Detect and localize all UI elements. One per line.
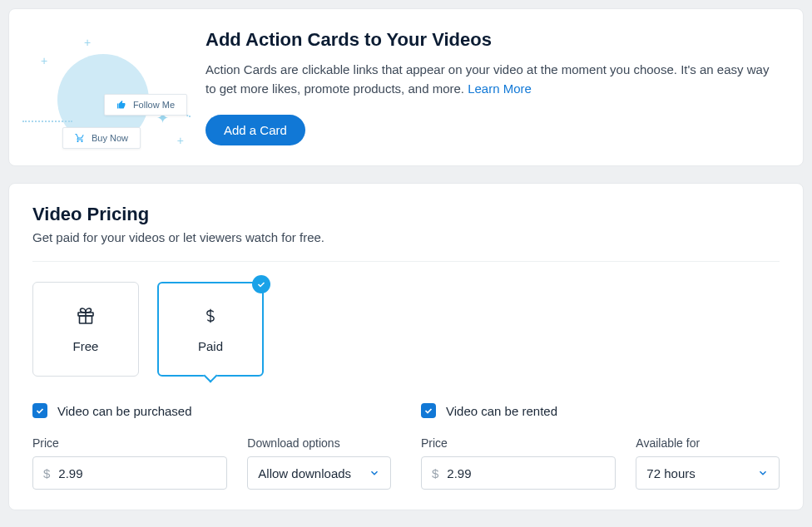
follow-me-label: Follow Me — [133, 100, 175, 110]
cart-icon — [75, 133, 85, 143]
purchase-column: Video can be purchased Price $ Download … — [32, 403, 391, 490]
option-free-label: Free — [73, 339, 99, 353]
thumbs-up-icon — [116, 100, 126, 110]
video-pricing-panel: Video Pricing Get paid for your videos o… — [8, 183, 804, 510]
purchase-checkbox-label: Video can be purchased — [57, 404, 192, 418]
available-for-label: Available for — [636, 436, 780, 450]
pricing-subtitle: Get paid for your videos or let viewers … — [32, 230, 780, 244]
learn-more-link[interactable]: Learn More — [468, 81, 532, 96]
checkbox-checked-icon — [32, 403, 47, 418]
purchase-checkbox[interactable]: Video can be purchased — [32, 403, 391, 418]
pricing-title: Video Pricing — [32, 204, 780, 225]
chevron-down-icon — [757, 467, 769, 479]
follow-me-card: Follow Me — [104, 94, 187, 116]
rent-price-input-wrap[interactable]: $ — [421, 456, 616, 490]
purchase-price-input[interactable] — [58, 466, 216, 480]
action-cards-illustration: + + + ✦ Follow Me Buy Now — [32, 29, 182, 145]
buy-now-card: Buy Now — [62, 127, 141, 149]
dollar-prefix-icon: $ — [43, 466, 50, 480]
purchase-price-input-wrap[interactable]: $ — [32, 456, 227, 490]
download-options-label: Download options — [247, 436, 391, 450]
action-cards-title: Add Action Cards to Your Videos — [205, 29, 780, 51]
purchase-price-label: Price — [32, 436, 227, 450]
rent-column: Video can be rented Price $ Available fo… — [421, 403, 780, 490]
rent-checkbox-label: Video can be rented — [446, 404, 557, 418]
pricing-option-paid[interactable]: Paid — [157, 282, 264, 377]
download-options-value: Allow downloads — [258, 466, 351, 480]
available-for-value: 72 hours — [646, 466, 695, 480]
download-options-select[interactable]: Allow downloads — [247, 456, 391, 490]
available-for-select[interactable]: 72 hours — [636, 456, 780, 490]
rent-checkbox[interactable]: Video can be rented — [421, 403, 780, 418]
pricing-option-free[interactable]: Free — [32, 282, 139, 377]
action-cards-description: Action Cards are clickable links that ap… — [205, 61, 780, 98]
rent-price-input[interactable] — [447, 466, 605, 480]
gift-icon — [76, 306, 96, 326]
add-card-button[interactable]: Add a Card — [205, 115, 305, 145]
chevron-down-icon — [369, 467, 380, 479]
rent-price-label: Price — [421, 436, 616, 450]
action-cards-panel: + + + ✦ Follow Me Buy Now Add Action Car… — [8, 8, 804, 166]
dollar-prefix-icon: $ — [432, 466, 438, 480]
option-paid-label: Paid — [198, 339, 223, 353]
dollar-icon — [202, 306, 219, 326]
check-icon — [252, 275, 270, 293]
checkbox-checked-icon — [421, 403, 436, 418]
buy-now-label: Buy Now — [92, 133, 128, 143]
